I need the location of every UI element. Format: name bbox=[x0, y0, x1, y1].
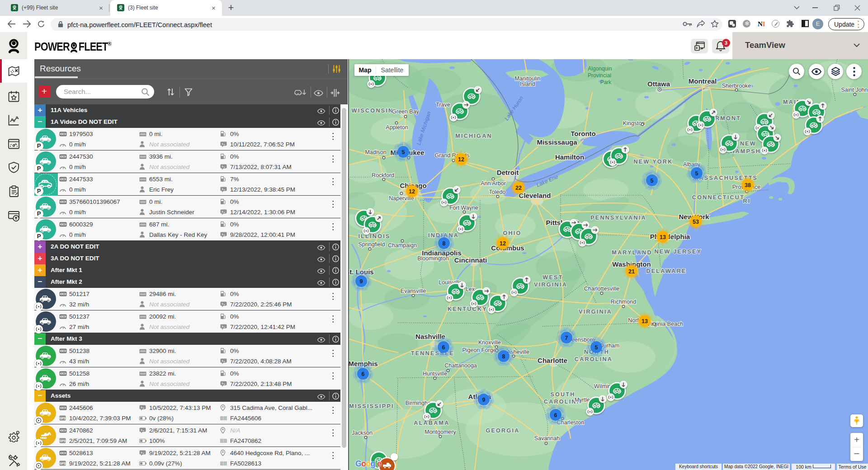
svg-text:Green Bay: Green Bay bbox=[392, 108, 420, 115]
svg-text:MICHIGAN: MICHIGAN bbox=[455, 133, 492, 139]
svg-text:12: 12 bbox=[458, 156, 464, 163]
svg-text:Algonquin: Algonquin bbox=[588, 66, 612, 72]
svg-text:13: 13 bbox=[642, 318, 648, 324]
svg-text:GPS: GPS bbox=[60, 462, 66, 465]
svg-text:Chattanooga: Chattanooga bbox=[444, 362, 477, 369]
svg-text:Madison: Madison bbox=[365, 149, 386, 155]
svg-text:PENNSYLVANIA: PENNSYLVANIA bbox=[590, 215, 646, 221]
svg-text:12: 12 bbox=[500, 240, 506, 247]
svg-text:VIRGINIA: VIRGINIA bbox=[534, 282, 567, 288]
svg-text:Appleton: Appleton bbox=[386, 124, 408, 131]
svg-text:Jackson: Jackson bbox=[352, 430, 373, 436]
svg-text:21: 21 bbox=[628, 268, 635, 275]
svg-text:WISCONSIN: WISCONSIN bbox=[352, 108, 394, 114]
svg-text:12: 12 bbox=[409, 188, 415, 195]
svg-text:DELAWARE: DELAWARE bbox=[646, 268, 686, 274]
svg-text:6: 6 bbox=[362, 371, 365, 377]
svg-text:Island: Island bbox=[520, 81, 535, 87]
svg-text:8: 8 bbox=[502, 353, 505, 360]
svg-text:ALABAMA: ALABAMA bbox=[414, 420, 449, 426]
svg-text:OHIO: OHIO bbox=[503, 230, 521, 236]
svg-text:GPS: GPS bbox=[60, 417, 66, 420]
svg-text:Trave: Trave bbox=[436, 102, 450, 108]
svg-text:CONNECTICUT: CONNECTICUT bbox=[692, 194, 745, 201]
svg-text:Huntsville: Huntsville bbox=[423, 371, 447, 377]
svg-text:Mississauga: Mississauga bbox=[537, 138, 577, 146]
svg-text:Ottawa: Ottawa bbox=[647, 80, 670, 88]
svg-text:CAROLINA: CAROLINA bbox=[575, 356, 613, 362]
svg-text:Park: Park bbox=[600, 79, 612, 85]
svg-text:13: 13 bbox=[660, 234, 666, 240]
svg-text:6: 6 bbox=[554, 412, 557, 418]
svg-text:Richmond: Richmond bbox=[611, 299, 636, 305]
svg-text:Hamilton: Hamilton bbox=[555, 153, 584, 161]
svg-text:Montgomery: Montgomery bbox=[425, 429, 456, 435]
svg-text:Provincial: Provincial bbox=[588, 72, 611, 79]
svg-text:5: 5 bbox=[695, 170, 698, 177]
svg-text:Bloomington: Bloomington bbox=[417, 255, 449, 262]
svg-text:5: 5 bbox=[651, 178, 654, 184]
svg-text:9: 9 bbox=[360, 278, 363, 285]
svg-text:Virginia Beach: Virginia Beach bbox=[647, 321, 683, 327]
svg-text:GEORGIA: GEORGIA bbox=[486, 428, 519, 434]
svg-text:KENTUCKY: KENTUCKY bbox=[448, 306, 487, 312]
svg-text:NEW JERSEY: NEW JERSEY bbox=[655, 249, 702, 255]
svg-text:Savannah: Savannah bbox=[534, 435, 560, 442]
svg-text:Sherbrooke: Sherbrooke bbox=[722, 83, 751, 89]
svg-text:Rockford: Rockford bbox=[372, 172, 394, 179]
svg-text:Montreal: Montreal bbox=[689, 77, 717, 85]
svg-text:NEW YORK: NEW YORK bbox=[634, 159, 673, 165]
svg-text:NEW: NEW bbox=[740, 141, 756, 147]
svg-text:8: 8 bbox=[443, 240, 446, 247]
svg-text:6: 6 bbox=[442, 344, 445, 351]
svg-text:SOUTH: SOUTH bbox=[550, 391, 575, 398]
svg-text:5: 5 bbox=[595, 344, 598, 351]
svg-text:ILLINOIS: ILLINOIS bbox=[358, 233, 390, 240]
svg-text:VIRGINIA: VIRGINIA bbox=[579, 309, 612, 315]
svg-text:Springfield: Springfield bbox=[358, 241, 385, 248]
svg-text:GPS: GPS bbox=[60, 439, 66, 442]
svg-text:9: 9 bbox=[482, 397, 486, 403]
svg-text:Fort Wayne: Fort Wayne bbox=[449, 205, 478, 211]
svg-text:Cincinnati: Cincinnati bbox=[454, 256, 487, 264]
svg-text:5: 5 bbox=[402, 149, 405, 155]
svg-text:Evansville: Evansville bbox=[401, 288, 426, 294]
svg-text:22: 22 bbox=[515, 185, 522, 191]
svg-text:Knoxville: Knoxville bbox=[478, 339, 501, 346]
svg-text:Myrtle: Myrtle bbox=[575, 397, 590, 403]
svg-text:Toronto: Toronto bbox=[571, 130, 596, 137]
svg-text:RI: RI bbox=[743, 198, 750, 204]
svg-text:38: 38 bbox=[745, 182, 751, 188]
svg-text:Charlottesville: Charlottesville bbox=[584, 286, 620, 292]
svg-text:Ann Arbor: Ann Arbor bbox=[481, 180, 506, 187]
svg-text:MISSISSIPPI: MISSISSIPPI bbox=[349, 403, 394, 409]
svg-text:Saint John: Saint John bbox=[841, 87, 868, 93]
svg-text:WEST: WEST bbox=[542, 274, 563, 281]
svg-text:Detroit: Detroit bbox=[497, 169, 519, 176]
svg-text:53: 53 bbox=[693, 219, 699, 225]
svg-text:Pigeon Forge: Pigeon Forge bbox=[462, 347, 496, 353]
svg-text:Charlotte: Charlotte bbox=[538, 357, 567, 364]
svg-text:Cleveland: Cleveland bbox=[519, 192, 551, 199]
svg-text:7: 7 bbox=[565, 335, 568, 341]
svg-text:Champaign: Champaign bbox=[388, 242, 417, 249]
svg-text:MARYLAND: MARYLAND bbox=[612, 249, 652, 256]
svg-text:Toledo: Toledo bbox=[489, 189, 506, 195]
